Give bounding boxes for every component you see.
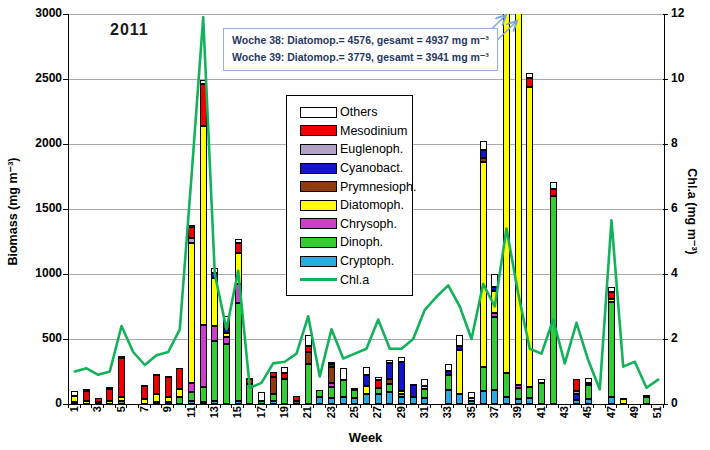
x-tick-label: 37 <box>488 406 500 430</box>
legend-color-swatch <box>300 237 337 248</box>
x-tick-mark <box>430 404 431 408</box>
x-tick-mark <box>313 404 314 408</box>
x-tick-label: 49 <box>628 406 640 430</box>
left-tick-mark <box>63 79 68 80</box>
x-tick-mark <box>115 404 116 408</box>
x-tick-mark <box>161 404 162 408</box>
x-tick-mark <box>91 404 92 408</box>
x-tick-mark <box>336 404 337 408</box>
legend-label: Chrysoph. <box>340 217 397 231</box>
legend-label: Euglenoph. <box>340 142 403 156</box>
x-tick-mark <box>523 404 524 408</box>
legend-item-dinoph: Dinoph. <box>300 233 412 252</box>
x-tick-label: 51 <box>651 406 663 430</box>
x-tick-mark <box>150 404 151 408</box>
left-tick-mark <box>63 339 68 340</box>
x-tick-mark <box>371 404 372 408</box>
x-tick-mark <box>196 404 197 408</box>
x-tick-mark <box>488 404 489 408</box>
legend-color-swatch <box>300 218 337 229</box>
legend-item-cyanobact: Cyanobact. <box>300 159 412 178</box>
x-tick-mark <box>640 404 641 408</box>
x-tick-mark <box>605 404 606 408</box>
x-tick-mark <box>465 404 466 408</box>
x-tick-mark <box>395 404 396 408</box>
x-tick-label: 13 <box>208 406 220 430</box>
left-tick-label: 3000 <box>22 6 62 20</box>
legend-item-diatomoph: Diatomoph. <box>300 196 412 215</box>
x-tick-mark <box>535 404 536 408</box>
right-axis-title: Chl.a (mg m⁻³) <box>683 122 700 302</box>
legend-color-swatch <box>300 163 337 174</box>
x-tick-mark <box>453 404 454 408</box>
x-tick-label: 47 <box>605 406 617 430</box>
x-tick-label: 33 <box>441 406 453 430</box>
x-tick-mark <box>126 404 127 408</box>
legend-color-swatch <box>300 125 337 136</box>
x-tick-mark <box>663 404 664 408</box>
left-tick-mark <box>63 209 68 210</box>
x-tick-mark <box>255 404 256 408</box>
right-tick-mark <box>663 79 668 80</box>
x-tick-label: 3 <box>91 406 103 430</box>
legend-line-swatch <box>300 278 337 281</box>
left-tick-label: 1500 <box>22 201 62 215</box>
right-tick-label: 10 <box>671 71 701 85</box>
x-tick-mark <box>406 404 407 408</box>
legend-color-swatch <box>300 200 337 211</box>
legend-label: Chl.a <box>340 273 369 287</box>
x-tick-label: 45 <box>581 406 593 430</box>
legend-label: Cyanobact. <box>340 161 403 175</box>
legend-label: Prymnesioph. <box>340 180 416 194</box>
x-tick-mark <box>208 404 209 408</box>
x-tick-mark <box>185 404 186 408</box>
x-tick-mark <box>383 404 384 408</box>
left-tick-mark <box>63 274 68 275</box>
chart-canvas: 2011 050010001500200025003000 024681012 … <box>0 0 710 450</box>
x-tick-mark <box>301 404 302 408</box>
x-tick-mark <box>581 404 582 408</box>
right-tick-mark <box>663 144 668 145</box>
x-tick-mark <box>616 404 617 408</box>
right-tick-label: 12 <box>671 6 701 20</box>
left-axis-title: Biomass (mg m⁻³) <box>5 122 22 302</box>
x-tick-label: 25 <box>348 406 360 430</box>
x-tick-mark <box>138 404 139 408</box>
legend-item-chrysoph: Chrysoph. <box>300 215 412 234</box>
x-tick-mark <box>325 404 326 408</box>
x-tick-mark <box>511 404 512 408</box>
legend-color-swatch <box>300 256 337 267</box>
legend-item-mesodinium: Mesodinium <box>300 122 412 141</box>
x-tick-mark <box>278 404 279 408</box>
left-tick-mark <box>63 144 68 145</box>
legend-item-prymnesioph: Prymnesioph. <box>300 177 412 196</box>
x-tick-mark <box>103 404 104 408</box>
legend-label: Others <box>340 105 378 119</box>
x-tick-label: 31 <box>418 406 430 430</box>
x-tick-mark <box>628 404 629 408</box>
x-tick-mark <box>546 404 547 408</box>
x-tick-mark <box>418 404 419 408</box>
x-tick-mark <box>593 404 594 408</box>
x-tick-mark <box>173 404 174 408</box>
left-tick-mark <box>63 14 68 15</box>
x-tick-mark <box>651 404 652 408</box>
x-tick-mark <box>266 404 267 408</box>
x-tick-mark <box>558 404 559 408</box>
x-tick-label: 19 <box>278 406 290 430</box>
right-tick-mark <box>663 274 668 275</box>
left-tick-label: 1000 <box>22 266 62 280</box>
legend-color-swatch <box>300 144 337 155</box>
right-tick-mark <box>663 209 668 210</box>
legend-label: Diatomoph. <box>340 198 404 212</box>
x-tick-mark <box>476 404 477 408</box>
x-tick-label: 27 <box>371 406 383 430</box>
right-tick-mark <box>663 14 668 15</box>
x-tick-label: 43 <box>558 406 570 430</box>
x-axis-title: Week <box>68 430 663 445</box>
legend-label: Dinoph. <box>340 235 383 249</box>
left-tick-label: 0 <box>22 396 62 410</box>
x-tick-label: 7 <box>138 406 150 430</box>
legend-item-others: Others <box>300 103 412 122</box>
x-tick-label: 11 <box>185 406 197 430</box>
